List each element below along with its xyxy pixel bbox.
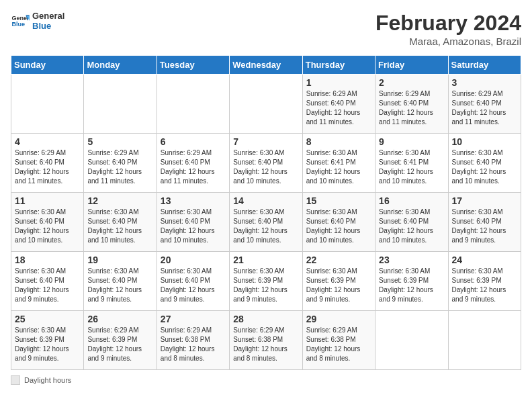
calendar-cell: 15Sunrise: 6:30 AM Sunset: 6:40 PM Dayli… — [302, 193, 375, 252]
calendar-cell: 20Sunrise: 6:30 AM Sunset: 6:40 PM Dayli… — [157, 252, 229, 311]
calendar-cell: 18Sunrise: 6:30 AM Sunset: 6:40 PM Dayli… — [11, 252, 84, 311]
day-number: 6 — [161, 136, 226, 147]
calendar-cell: 16Sunrise: 6:30 AM Sunset: 6:40 PM Dayli… — [375, 193, 448, 252]
logo-icon: General Blue — [11, 11, 30, 30]
calendar-cell: 3Sunrise: 6:29 AM Sunset: 6:40 PM Daylig… — [448, 75, 521, 134]
calendar-week-row: 25Sunrise: 6:30 AM Sunset: 6:39 PM Dayli… — [11, 311, 521, 370]
day-info: Sunrise: 6:30 AM Sunset: 6:39 PM Dayligh… — [379, 267, 444, 304]
calendar-subtitle: Maraa, Amazonas, Brazil — [375, 36, 521, 47]
footer-label: Daylight hours — [24, 376, 71, 384]
day-number: 16 — [379, 195, 444, 206]
day-number: 24 — [452, 255, 517, 265]
calendar-cell: 1Sunrise: 6:29 AM Sunset: 6:40 PM Daylig… — [302, 75, 375, 134]
calendar-header-row: SundayMondayTuesdayWednesdayThursdayFrid… — [11, 56, 521, 75]
day-number: 3 — [452, 77, 517, 88]
day-number: 14 — [233, 195, 298, 206]
day-number: 18 — [15, 255, 80, 265]
logo-text-blue: Blue — [32, 21, 64, 31]
day-number: 21 — [233, 255, 298, 265]
day-info: Sunrise: 6:30 AM Sunset: 6:40 PM Dayligh… — [452, 148, 517, 186]
day-number: 13 — [161, 195, 226, 206]
day-info: Sunrise: 6:29 AM Sunset: 6:39 PM Dayligh… — [87, 326, 152, 363]
daylight-box — [11, 375, 20, 385]
calendar-cell — [375, 311, 448, 370]
day-number: 29 — [306, 314, 371, 324]
calendar-cell: 2Sunrise: 6:29 AM Sunset: 6:40 PM Daylig… — [375, 75, 448, 134]
calendar-cell — [448, 311, 521, 370]
calendar-cell: 5Sunrise: 6:29 AM Sunset: 6:40 PM Daylig… — [84, 134, 157, 193]
day-number: 19 — [87, 255, 152, 265]
day-number: 5 — [87, 136, 152, 147]
col-header-monday: Monday — [84, 56, 157, 75]
day-info: Sunrise: 6:30 AM Sunset: 6:40 PM Dayligh… — [233, 208, 298, 245]
calendar-cell: 17Sunrise: 6:30 AM Sunset: 6:40 PM Dayli… — [448, 193, 521, 252]
day-number: 2 — [379, 77, 444, 88]
day-number: 23 — [379, 255, 444, 265]
col-header-sunday: Sunday — [11, 56, 84, 75]
calendar-cell: 23Sunrise: 6:30 AM Sunset: 6:39 PM Dayli… — [375, 252, 448, 311]
day-info: Sunrise: 6:30 AM Sunset: 6:40 PM Dayligh… — [379, 208, 444, 245]
day-number: 12 — [87, 195, 152, 206]
calendar-cell — [84, 75, 157, 134]
calendar-table: SundayMondayTuesdayWednesdayThursdayFrid… — [11, 55, 521, 370]
page-header: General Blue General Blue February 2024 … — [11, 11, 521, 47]
day-info: Sunrise: 6:29 AM Sunset: 6:38 PM Dayligh… — [161, 326, 226, 363]
calendar-cell — [11, 75, 84, 134]
day-number: 15 — [306, 195, 371, 206]
day-info: Sunrise: 6:29 AM Sunset: 6:40 PM Dayligh… — [161, 148, 226, 186]
day-info: Sunrise: 6:29 AM Sunset: 6:38 PM Dayligh… — [233, 326, 298, 363]
day-info: Sunrise: 6:29 AM Sunset: 6:40 PM Dayligh… — [452, 89, 517, 127]
day-number: 10 — [452, 136, 517, 147]
footer: Daylight hours — [11, 375, 521, 385]
day-info: Sunrise: 6:30 AM Sunset: 6:41 PM Dayligh… — [379, 148, 444, 186]
calendar-cell: 26Sunrise: 6:29 AM Sunset: 6:39 PM Dayli… — [84, 311, 157, 370]
day-info: Sunrise: 6:30 AM Sunset: 6:41 PM Dayligh… — [306, 148, 371, 186]
day-number: 25 — [15, 314, 80, 324]
calendar-cell: 21Sunrise: 6:30 AM Sunset: 6:39 PM Dayli… — [230, 252, 302, 311]
day-number: 11 — [15, 195, 80, 206]
logo-text-general: General — [32, 11, 64, 21]
calendar-cell: 13Sunrise: 6:30 AM Sunset: 6:40 PM Dayli… — [157, 193, 229, 252]
day-number: 9 — [379, 136, 444, 147]
day-info: Sunrise: 6:30 AM Sunset: 6:40 PM Dayligh… — [87, 267, 152, 304]
calendar-cell: 7Sunrise: 6:30 AM Sunset: 6:40 PM Daylig… — [230, 134, 302, 193]
day-number: 17 — [452, 195, 517, 206]
calendar-cell: 22Sunrise: 6:30 AM Sunset: 6:39 PM Dayli… — [302, 252, 375, 311]
day-info: Sunrise: 6:30 AM Sunset: 6:40 PM Dayligh… — [15, 208, 80, 245]
title-block: February 2024 Maraa, Amazonas, Brazil — [375, 11, 521, 47]
calendar-cell: 19Sunrise: 6:30 AM Sunset: 6:40 PM Dayli… — [84, 252, 157, 311]
col-header-tuesday: Tuesday — [157, 56, 229, 75]
day-number: 27 — [161, 314, 226, 324]
calendar-week-row: 1Sunrise: 6:29 AM Sunset: 6:40 PM Daylig… — [11, 75, 521, 134]
calendar-cell: 25Sunrise: 6:30 AM Sunset: 6:39 PM Dayli… — [11, 311, 84, 370]
day-info: Sunrise: 6:30 AM Sunset: 6:39 PM Dayligh… — [452, 267, 517, 304]
day-info: Sunrise: 6:30 AM Sunset: 6:40 PM Dayligh… — [161, 208, 226, 245]
day-info: Sunrise: 6:30 AM Sunset: 6:39 PM Dayligh… — [233, 267, 298, 304]
day-info: Sunrise: 6:30 AM Sunset: 6:40 PM Dayligh… — [15, 267, 80, 304]
day-number: 8 — [306, 136, 371, 147]
calendar-cell: 29Sunrise: 6:29 AM Sunset: 6:38 PM Dayli… — [302, 311, 375, 370]
day-number: 22 — [306, 255, 371, 265]
day-info: Sunrise: 6:29 AM Sunset: 6:40 PM Dayligh… — [306, 89, 371, 127]
day-number: 26 — [87, 314, 152, 324]
day-number: 4 — [15, 136, 80, 147]
day-info: Sunrise: 6:30 AM Sunset: 6:39 PM Dayligh… — [15, 326, 80, 363]
col-header-friday: Friday — [375, 56, 448, 75]
svg-text:Blue: Blue — [11, 21, 25, 28]
col-header-saturday: Saturday — [448, 56, 521, 75]
col-header-wednesday: Wednesday — [230, 56, 302, 75]
calendar-cell: 11Sunrise: 6:30 AM Sunset: 6:40 PM Dayli… — [11, 193, 84, 252]
calendar-cell: 27Sunrise: 6:29 AM Sunset: 6:38 PM Dayli… — [157, 311, 229, 370]
day-info: Sunrise: 6:29 AM Sunset: 6:40 PM Dayligh… — [15, 148, 80, 186]
day-info: Sunrise: 6:30 AM Sunset: 6:40 PM Dayligh… — [452, 208, 517, 245]
calendar-cell: 28Sunrise: 6:29 AM Sunset: 6:38 PM Dayli… — [230, 311, 302, 370]
day-number: 20 — [161, 255, 226, 265]
calendar-cell: 10Sunrise: 6:30 AM Sunset: 6:40 PM Dayli… — [448, 134, 521, 193]
day-number: 1 — [306, 77, 371, 88]
day-info: Sunrise: 6:29 AM Sunset: 6:40 PM Dayligh… — [87, 148, 152, 186]
calendar-cell: 9Sunrise: 6:30 AM Sunset: 6:41 PM Daylig… — [375, 134, 448, 193]
day-info: Sunrise: 6:30 AM Sunset: 6:40 PM Dayligh… — [87, 208, 152, 245]
day-info: Sunrise: 6:30 AM Sunset: 6:39 PM Dayligh… — [306, 267, 371, 304]
day-number: 28 — [233, 314, 298, 324]
calendar-cell — [157, 75, 229, 134]
